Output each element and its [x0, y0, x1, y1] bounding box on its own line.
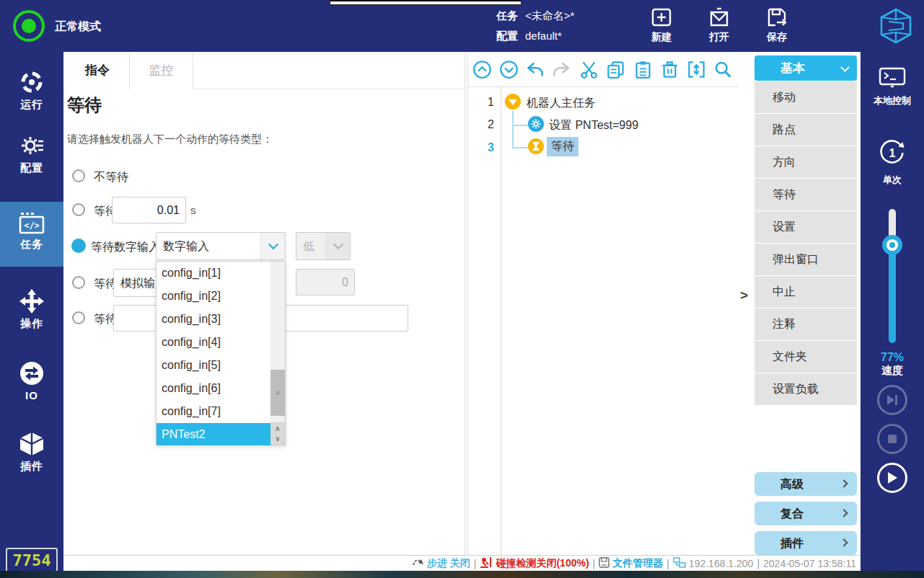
scrollbar-thumb[interactable]: ≡ [270, 370, 285, 416]
instruction-folder[interactable]: 文件夹 [754, 341, 857, 373]
right-sidebar: 本地控制 1 单次 77% 速度 [861, 52, 924, 572]
search-button[interactable] [713, 60, 733, 79]
dropdown-option-highlighted[interactable]: PNTest2 [157, 423, 271, 445]
sidebar-item-run[interactable]: 运行 [0, 65, 63, 128]
dropdown-option[interactable]: config_in[5] [157, 354, 271, 377]
signal-level-select[interactable]: 低 [296, 232, 351, 260]
speed-slider-knob[interactable] [882, 235, 902, 255]
wait-time-input[interactable] [112, 197, 186, 223]
sidebar-item-config[interactable]: 配置 [0, 128, 63, 192]
single-cycle-icon: 1 [876, 137, 908, 169]
tree-row-main-task[interactable]: 机器人主任务 [527, 96, 596, 111]
line-number: 1 [468, 96, 494, 109]
instruction-popup[interactable]: 弹出窗口 [754, 244, 857, 275]
single-run-button[interactable]: 1 单次 [861, 137, 924, 187]
digital-input-select[interactable]: 数字输入 [156, 232, 286, 260]
chevron-right-icon [840, 538, 848, 546]
stop-button[interactable] [877, 424, 907, 454]
tab-command[interactable]: 指令 [66, 52, 130, 90]
spin-down-icon[interactable]: ∨ [275, 434, 280, 444]
knob-center [889, 242, 895, 248]
instruction-abort[interactable]: 中止 [754, 276, 857, 308]
delete-button[interactable] [660, 60, 679, 79]
group-advanced[interactable]: 高级 [754, 472, 857, 496]
new-task-button[interactable]: 新建 [638, 6, 685, 44]
tree-row-wait-selected[interactable]: 等待 [547, 137, 578, 156]
brand-logo-icon [879, 7, 913, 48]
copy-button[interactable] [606, 60, 625, 79]
instruction-library-panel: 基本 移动 路点 方向 等待 设置 弹出窗口 中止 注释 文件夹 设置负载 高级… [754, 52, 857, 555]
radio-no-wait[interactable] [72, 169, 85, 182]
move-down-button[interactable] [499, 60, 519, 79]
dropdown-option[interactable]: config_in[6] [157, 377, 271, 400]
panel-collapse-handle[interactable]: > [740, 288, 748, 303]
group-plugin[interactable]: 插件 [754, 531, 857, 555]
dropdown-option[interactable]: config_in[1] [157, 262, 271, 285]
instruction-set-payload[interactable]: 设置负载 [754, 373, 857, 405]
sidebar-item-operate[interactable]: 操作 [0, 284, 63, 347]
dropdown-option[interactable]: config_in[7] [157, 400, 271, 423]
dropdown-option[interactable]: config_in[4] [157, 331, 271, 354]
instruction-move[interactable]: 移动 [754, 81, 857, 113]
group-basic-header[interactable]: 基本 [754, 55, 857, 81]
instruction-set[interactable]: 设置 [754, 211, 857, 243]
group-plugin-label: 插件 [780, 537, 804, 549]
redo-button[interactable] [552, 60, 571, 79]
wait-node-icon[interactable] [528, 138, 544, 154]
single-run-label: 单次 [861, 174, 924, 187]
sidebar-item-label: IO [0, 389, 63, 401]
sidebar-item-io[interactable]: IO [0, 356, 63, 419]
instruction-direction[interactable]: 方向 [754, 146, 857, 178]
instruction-comment[interactable]: 注释 [754, 308, 857, 340]
signal-level-select-value: 低 [303, 239, 314, 254]
file-manager-icon [599, 557, 610, 570]
open-task-button[interactable]: 打开 [696, 6, 742, 44]
instruction-waypoint[interactable]: 路点 [754, 114, 857, 146]
insert-button[interactable] [687, 60, 706, 79]
step-mode-status[interactable]: 步进 关闭 [427, 557, 470, 570]
line-number: 2 [468, 118, 494, 131]
instruction-wait[interactable]: 等待 [754, 179, 857, 210]
cut-button[interactable] [579, 60, 599, 79]
radio-wait-time[interactable] [72, 203, 85, 216]
collision-detection-status[interactable]: 碰撞检测关闭(100%) [496, 557, 589, 570]
config-value: default* [525, 30, 562, 42]
radio-wait-expression[interactable] [72, 311, 85, 324]
expand-node-icon[interactable] [505, 94, 521, 110]
dropdown-arrow-area[interactable] [260, 233, 285, 259]
group-composite-label: 复合 [780, 507, 804, 520]
radio-wait-analog[interactable] [72, 276, 85, 289]
move-up-button[interactable] [472, 60, 492, 79]
spin-up-icon[interactable]: ∧ [275, 424, 280, 434]
file-manager-link[interactable]: 文件管理器 [612, 557, 663, 570]
step-to-end-button[interactable] [877, 385, 907, 415]
analog-threshold-input[interactable] [296, 269, 355, 295]
tab-monitor[interactable]: 监控 [130, 52, 193, 89]
local-control-button[interactable]: 本地控制 [861, 66, 924, 107]
play-icon [886, 471, 898, 484]
local-control-label: 本地控制 [861, 94, 924, 107]
chevron-right-icon [840, 479, 848, 487]
dropdown-scrollbar[interactable]: ≡ [270, 262, 285, 423]
save-task-label: 保存 [754, 31, 800, 44]
move-arrows-icon [19, 288, 45, 314]
paste-button[interactable] [633, 60, 653, 79]
dropdown-spin-buttons[interactable]: ∧∨ [270, 422, 285, 445]
radio-wait-digital-label: 等待数字输入 [91, 240, 160, 255]
robot-status-light-icon[interactable] [13, 10, 45, 42]
tree-row-set-pntest[interactable]: 设置 PNTest=999 [549, 118, 638, 133]
group-composite[interactable]: 复合 [754, 502, 857, 525]
undo-button[interactable] [525, 60, 545, 79]
save-icon [765, 6, 788, 29]
form-tabs: 指令 监控 [63, 52, 465, 89]
sidebar-item-plugin[interactable]: 插件 [0, 427, 63, 490]
save-task-button[interactable]: 保存 [754, 6, 800, 44]
dropdown-option[interactable]: config_in[3] [157, 308, 271, 331]
chevron-right-icon [840, 509, 848, 517]
dropdown-option[interactable]: config_in[2] [157, 285, 271, 308]
set-node-icon[interactable] [528, 116, 544, 132]
tree-connector [512, 111, 514, 148]
radio-wait-digital[interactable] [71, 239, 86, 253]
play-button[interactable] [877, 463, 907, 493]
sidebar-item-task[interactable]: </> 任务 [0, 202, 63, 267]
